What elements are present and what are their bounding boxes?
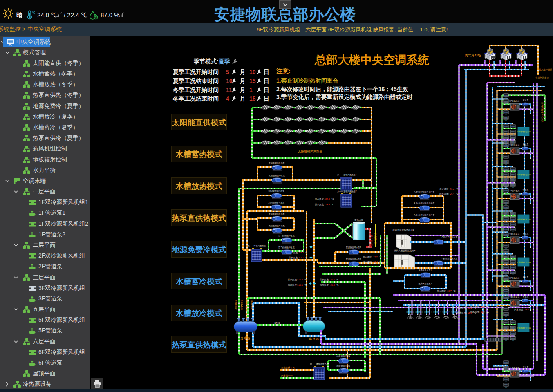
svg-text:℃: ℃: [331, 198, 334, 200]
svg-text:XFD: XFD: [511, 271, 515, 273]
svg-text:BF30: BF30: [274, 322, 280, 324]
svg-text:回地板辐射: 回地板辐射: [250, 300, 253, 310]
svg-text:XFD: XFD: [504, 141, 508, 143]
svg-text:回新风机组: 回新风机组: [245, 300, 248, 310]
svg-text:XFD: XFD: [504, 233, 508, 235]
svg-text:XFD: XFD: [504, 250, 508, 252]
svg-text:14.2: 14.2: [525, 308, 529, 311]
svg-text:管道泵: 管道泵: [523, 295, 529, 298]
svg-text:A. 时间控制顺序启停泵: A. 时间控制顺序启停泵: [414, 202, 434, 205]
svg-text:XFD: XFD: [504, 224, 508, 226]
svg-text:XFD: XFD: [511, 213, 515, 215]
svg-text:太阳能侧循环水泵: 太阳能侧循环水泵: [268, 201, 284, 204]
svg-text:XFD: XFD: [504, 179, 508, 181]
svg-text:XFD: XFD: [504, 94, 508, 96]
svg-text:XFD: XFD: [511, 125, 515, 128]
svg-text:进入室外侧排管: 进入室外侧排管: [539, 68, 553, 71]
svg-text:XFD: XFD: [504, 322, 508, 324]
svg-text:XFD: XFD: [511, 332, 515, 334]
svg-text:XFD: XFD: [511, 261, 515, 263]
svg-text:回水温度:: 回水温度:: [288, 284, 298, 287]
svg-text:太阳能侧循环水泵: 太阳能侧循环水泵: [269, 224, 285, 227]
svg-text:XFD: XFD: [504, 296, 508, 298]
svg-text:供水温度:: 供水温度:: [363, 256, 372, 259]
svg-text:26.4: 26.4: [450, 193, 454, 195]
svg-text:XFD: XFD: [511, 184, 515, 186]
svg-text:XFD: XFD: [504, 379, 508, 381]
svg-text:XFD: XFD: [504, 156, 508, 158]
svg-text:太阳能侧循环水泵: 太阳能侧循环水泵: [269, 174, 285, 177]
svg-text:集水器: 集水器: [309, 337, 319, 341]
svg-text:水——水板式换热器1: 水——水板式换热器1: [337, 173, 357, 176]
svg-text:太阳能侧循环水泵: 太阳能侧循环水泵: [269, 213, 285, 215]
svg-text:XFD: XFD: [504, 184, 508, 186]
svg-text:XFD: XFD: [504, 256, 508, 258]
svg-text:XFD: XFD: [504, 100, 508, 102]
svg-text:XFD: XFD: [504, 117, 508, 119]
svg-text:XFD: XFD: [504, 332, 508, 334]
svg-text:XFD: XFD: [511, 327, 515, 329]
svg-text:22.7: 22.7: [481, 306, 485, 308]
svg-text:地源侧循环泵2: 地源侧循环泵2: [336, 365, 350, 367]
svg-text:供水温度:: 供水温度:: [320, 278, 329, 281]
svg-text:供水温度:: 供水温度:: [437, 290, 446, 293]
svg-text:供水温度:: 供水温度:: [289, 256, 298, 259]
svg-text:13.4: 13.4: [373, 261, 378, 263]
svg-text:20.1: 20.1: [468, 307, 472, 309]
svg-text:℃: ℃: [305, 251, 308, 254]
svg-text:XFD: XFD: [504, 361, 508, 363]
svg-text:24.3: 24.3: [325, 198, 330, 200]
svg-text:℃: ℃: [487, 311, 489, 313]
svg-text:XFD: XFD: [504, 291, 508, 293]
svg-text:XF新风机组: XF新风机组: [509, 189, 520, 192]
svg-text:XFD: XFD: [511, 168, 515, 170]
svg-text:XFD: XFD: [504, 245, 508, 247]
svg-text:冷暖型FP: 冷暖型FP: [424, 311, 432, 313]
svg-text:供水温度:: 供水温度:: [315, 198, 325, 201]
svg-text:XFD: XFD: [504, 174, 508, 176]
svg-text:XFD: XFD: [511, 256, 515, 258]
svg-text:XFD: XFD: [504, 168, 508, 170]
svg-text:回水温度:: 回水温度:: [363, 261, 372, 264]
svg-text:机床: 机床: [9, 44, 13, 46]
svg-text:XF新风机组: XF新风机组: [509, 233, 520, 235]
svg-text:回水温度:: 回水温度:: [439, 193, 449, 195]
svg-text:XFD: XFD: [504, 201, 508, 203]
svg-text:蓄入蓄水管: 蓄入蓄水管: [370, 235, 373, 246]
svg-text:管道泵: 管道泵: [523, 232, 529, 235]
svg-text:XFD: XFD: [511, 337, 515, 339]
svg-text:XFD: XFD: [511, 136, 515, 138]
svg-text:至能源井干管: 至能源井干管: [281, 366, 295, 369]
svg-text:℃: ℃: [331, 203, 334, 206]
svg-text:管道泵: 管道泵: [523, 99, 529, 102]
svg-text:℃: ℃: [487, 306, 489, 308]
svg-text:冷暖型FP: 冷暖型FP: [433, 311, 441, 313]
svg-text:供水温度:: 供水温度:: [315, 203, 325, 206]
svg-text:XFD: XFD: [511, 141, 515, 143]
svg-text:℃: ℃: [31, 11, 35, 15]
svg-text:免费供冷水泵1: 免费供冷水泵1: [419, 269, 432, 272]
svg-text:10.4: 10.4: [330, 278, 335, 281]
svg-text:10.6: 10.6: [298, 284, 303, 286]
svg-text:地——体板式换热器: 地——体板式换热器: [310, 363, 329, 365]
svg-text:回水温度:: 回水温度:: [457, 311, 467, 314]
svg-text:A. 时间控制顺序启停泵: A. 时间控制顺序启停泵: [414, 214, 434, 217]
svg-text:XFD: XFD: [511, 218, 515, 220]
svg-text:分水器: 分水器: [240, 336, 250, 340]
svg-text:供水温度:: 供水温度:: [439, 188, 449, 191]
svg-text:地源侧循环泵1: 地源侧循环泵1: [336, 355, 350, 358]
svg-text:XF新风机组: XF新风机组: [509, 367, 520, 369]
svg-text:XFD: XFD: [504, 308, 508, 310]
svg-text:XFD: XFD: [504, 271, 508, 273]
svg-text:管道泵: 管道泵: [523, 276, 529, 279]
svg-text:空调侧循环水泵2: 空调侧循环水泵2: [346, 258, 361, 261]
svg-text:太阳能槽式集热器: 太阳能槽式集热器: [298, 150, 322, 153]
svg-text:A机组空调侧水泵: A机组空调侧水泵: [442, 236, 457, 239]
svg-text:52.7: 52.7: [299, 256, 304, 259]
svg-text:太阳能侧循环水泵: 太阳能侧循环水泵: [269, 161, 285, 164]
svg-text:℃: ℃: [456, 188, 459, 190]
svg-text:10.2: 10.2: [298, 278, 303, 281]
svg-text:模块式地源热泵机组B: 模块式地源热泵机组B: [394, 249, 416, 252]
svg-text:XFD: XFD: [504, 384, 508, 386]
svg-text:℃: ℃: [95, 16, 98, 19]
